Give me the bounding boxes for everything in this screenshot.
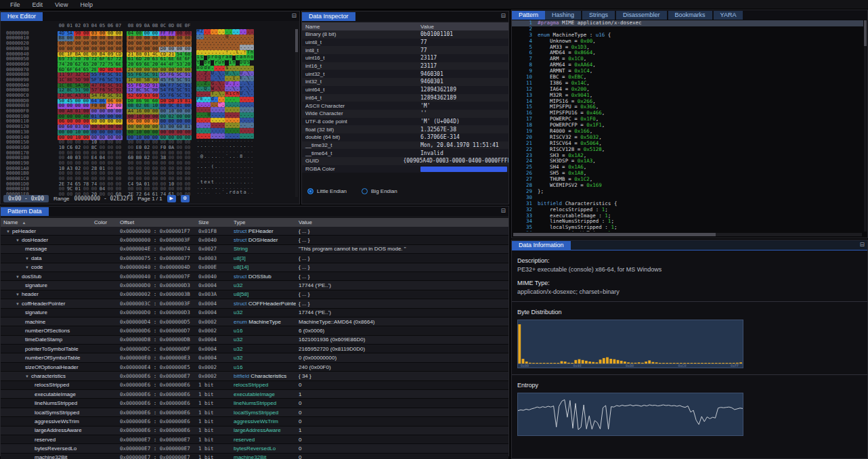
pattern-data-col-offset[interactable]: Offset <box>117 219 196 225</box>
ascii-char[interactable]: . <box>200 175 203 180</box>
ascii-char[interactable]: . <box>200 159 203 165</box>
hex-scrollbar[interactable] <box>295 29 298 197</box>
ascii-char[interactable]: . <box>200 185 203 191</box>
ascii-char[interactable]: . <box>225 165 228 170</box>
ascii-char[interactable]: . <box>200 170 203 175</box>
ascii-char[interactable]: . <box>200 71 203 76</box>
code-line[interactable]: 1#pragma MIME application/x-dosexec <box>512 20 863 26</box>
ascii-char[interactable]: . <box>236 149 239 154</box>
ascii-char[interactable]: . <box>225 128 228 133</box>
ascii-char[interactable]: . <box>214 175 217 180</box>
ascii-char[interactable]: . <box>200 149 203 154</box>
window-icon[interactable]: ⊟ <box>859 241 865 248</box>
ascii-char[interactable]: e <box>207 60 211 66</box>
ascii-char[interactable]: . <box>250 81 253 87</box>
inspector-row[interactable]: int8_t77 <box>302 46 508 54</box>
settings-button[interactable]: ⚙ <box>181 195 190 202</box>
ascii-char[interactable]: . <box>214 81 217 87</box>
pattern-row[interactable]: ▼data0x00000075 : 0x000000770x0003u8[3]{… <box>1 254 508 263</box>
ascii-char[interactable]: . <box>250 159 253 165</box>
ascii-char[interactable]: @ <box>200 154 203 160</box>
ascii-char[interactable]: . <box>236 128 239 133</box>
hex-row[interactable]: 0000019000000000000000000000000000000000… <box>1 159 254 165</box>
ascii-char[interactable]: . <box>225 144 228 149</box>
ascii-char[interactable]: . <box>214 123 217 128</box>
pattern-row[interactable]: relocsStripped0x000000E6 : 0x000000E61 b… <box>1 381 508 390</box>
ascii-char[interactable]: . <box>236 107 239 112</box>
hex-row[interactable]: 00000030000000000000000000000000D0000000… <box>1 45 254 50</box>
ascii-char[interactable]: . <box>225 149 228 154</box>
hex-row[interactable]: 0000018000400300E404000060B0020038000000… <box>1 154 254 160</box>
menu-file[interactable]: File <box>4 1 26 8</box>
hex-row[interactable]: 000001E0009C0100000400000000000000000000… <box>1 185 254 191</box>
ascii-char[interactable]: . <box>236 165 239 170</box>
ascii-char[interactable]: . <box>236 185 239 191</box>
ascii-char[interactable]: . <box>214 190 217 196</box>
ascii-char[interactable]: . <box>250 133 253 139</box>
ascii-char[interactable]: Z <box>200 29 203 35</box>
pattern-row[interactable]: ▼peHeader0x00000000 : 0x000001F70x01F8st… <box>1 227 508 236</box>
code-line[interactable]: 29}; <box>512 189 863 195</box>
ascii-char[interactable]: . <box>225 185 228 191</box>
ascii-char[interactable]: c <box>236 55 239 60</box>
ascii-char[interactable]: . <box>250 107 253 112</box>
ascii-char[interactable]: . <box>250 112 253 118</box>
ascii-char[interactable]: . <box>236 87 239 92</box>
ascii-char[interactable]: . <box>200 190 203 196</box>
ascii-char[interactable]: ! <box>225 50 228 56</box>
inspector-row[interactable]: uint32_t9460301 <box>302 70 508 78</box>
ascii-char[interactable]: . <box>250 190 253 196</box>
pattern-row[interactable]: lineNumsStripped0x000000E6 : 0x000000E61… <box>1 399 508 408</box>
inspector-value[interactable]: 0b01001101 <box>420 31 453 37</box>
ascii-char[interactable]: . <box>214 91 217 97</box>
ascii-char[interactable]: n <box>221 60 225 66</box>
ascii-char[interactable]: . <box>250 35 253 40</box>
ascii-char[interactable]: . <box>200 102 203 108</box>
tab-disassembler[interactable]: Disassembler <box>616 11 667 20</box>
ascii-char[interactable]: @ <box>225 35 228 40</box>
tab-bookmarks[interactable]: Bookmarks <box>668 11 712 20</box>
ascii-char[interactable]: t <box>196 60 200 66</box>
inspector-row[interactable]: Wide Character'' <box>302 110 508 118</box>
inspector-value[interactable]: 23117 <box>420 55 437 61</box>
ascii-char[interactable]: . <box>250 154 253 160</box>
tab-hex-editor[interactable]: Hex Editor <box>1 12 43 21</box>
pattern-row[interactable]: numberOfSections0x000000D6 : 0x000000D70… <box>1 326 508 335</box>
ascii-char[interactable]: . <box>236 76 239 81</box>
vertical-scrollbar[interactable] <box>864 20 867 232</box>
tab-data-information[interactable]: Data Information <box>512 241 571 250</box>
hex-row[interactable]: 0000002000000000000000000000000000000000… <box>1 39 254 45</box>
ascii-char[interactable]: . <box>250 97 253 102</box>
ascii-char[interactable]: . <box>225 107 228 112</box>
ascii-char[interactable]: . <box>236 159 239 165</box>
ascii-char[interactable]: a <box>236 190 239 196</box>
ascii-char[interactable]: . <box>200 35 203 40</box>
inspector-value[interactable]: 23117 <box>420 63 437 69</box>
ascii-char[interactable]: R <box>225 91 228 97</box>
ascii-char[interactable]: . <box>236 175 239 180</box>
ascii-char[interactable]: o <box>250 55 253 60</box>
ascii-char[interactable]: . <box>214 45 217 50</box>
hex-row[interactable]: 0000016010C602008C00000000E00200F00A0000… <box>1 144 254 149</box>
big-endian-radio[interactable]: Big Endian <box>362 188 397 194</box>
inspector-row[interactable]: uint16_t23117 <box>302 54 508 62</box>
ascii-char[interactable]: . <box>250 180 253 185</box>
ascii-char[interactable]: . <box>225 180 228 185</box>
ascii-char[interactable]: . <box>200 144 203 149</box>
hex-row[interactable]: 000000C0128CA39154F65C915269636855F65C91… <box>1 91 254 97</box>
ascii-char[interactable]: . <box>214 102 217 108</box>
menu-view[interactable]: View <box>49 1 74 8</box>
ascii-char[interactable]: . <box>214 66 217 71</box>
ascii-char[interactable]: . <box>214 76 217 81</box>
pattern-row[interactable]: largeAddressAware0x000000E6 : 0x000000E6… <box>1 427 508 435</box>
ascii-char[interactable]: o <box>200 66 203 71</box>
hex-row[interactable]: 000001C000000000000000000000000000000000… <box>1 175 254 180</box>
ascii-char[interactable]: . <box>214 144 217 149</box>
ascii-char[interactable]: . <box>236 170 239 175</box>
pattern-row[interactable]: pointerToSymbolTable0x000000DC : 0x00000… <box>1 345 508 353</box>
inspector-row[interactable]: float (32 bit)1.32567E-38 <box>302 125 508 133</box>
hex-row[interactable]: 000000004D5A90000300000004000000FFFF0000… <box>1 29 254 35</box>
ascii-char[interactable]: . <box>250 76 253 81</box>
tab-strings[interactable]: Strings <box>582 11 615 20</box>
ascii-char[interactable]: . <box>236 45 239 50</box>
